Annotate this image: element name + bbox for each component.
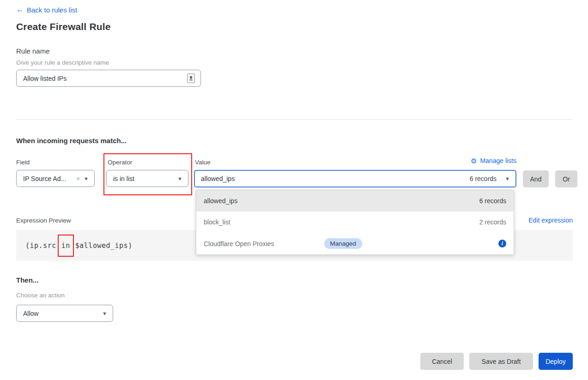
back-arrow-icon: ← bbox=[16, 6, 24, 14]
value-combobox[interactable]: allowed_ips 6 records ▼ bbox=[194, 170, 516, 187]
list-option-allowed-ips[interactable]: allowed_ips 6 records bbox=[196, 190, 514, 211]
list-option-cloudflare-open-proxies[interactable]: Cloudflare Open Proxies Managed i bbox=[196, 233, 514, 254]
create-firewall-rule-page: ← Back to rules list Create Firewall Rul… bbox=[0, 0, 588, 380]
page-title: Create Firewall Rule bbox=[16, 21, 111, 32]
list-option-block-list[interactable]: block_list 2 records bbox=[196, 211, 514, 233]
rule-name-input[interactable]: Allow listed IPs bbox=[16, 70, 201, 87]
lists-dropdown-panel: allowed_ips 6 records block_list 2 recor… bbox=[196, 190, 514, 255]
action-caret-icon: ▼ bbox=[102, 311, 107, 316]
match-heading: When incoming requests match... bbox=[16, 137, 127, 145]
rule-name-hint: Give your rule a descriptive name bbox=[16, 59, 109, 66]
action-select-value: Allow bbox=[23, 310, 98, 317]
operator-select-value: is in list bbox=[113, 175, 174, 182]
rule-name-value: Allow listed IPs bbox=[23, 75, 67, 82]
operator-caret-icon: ▼ bbox=[177, 176, 182, 181]
manage-lists-label: Manage lists bbox=[480, 157, 516, 164]
list-option-name: Cloudflare Open Proxies bbox=[204, 240, 274, 247]
expression-code-after: $allowed_ips) bbox=[75, 241, 133, 250]
value-column-label: Value bbox=[195, 159, 211, 166]
manage-lists-link[interactable]: ⚙ Manage lists bbox=[463, 157, 516, 164]
and-button[interactable]: And bbox=[523, 170, 549, 187]
field-column-label: Field bbox=[16, 159, 30, 166]
list-option-records: 2 records bbox=[479, 218, 506, 226]
expression-preview-label: Expression Preview bbox=[16, 217, 71, 224]
then-heading: Then... bbox=[16, 276, 38, 284]
value-caret-icon: ▼ bbox=[505, 176, 510, 181]
gear-icon: ⚙ bbox=[471, 157, 477, 164]
action-select[interactable]: Allow ▼ bbox=[16, 305, 113, 322]
back-to-rules-link[interactable]: ← Back to rules list bbox=[16, 6, 77, 14]
list-option-name: block_list bbox=[204, 218, 230, 226]
info-icon[interactable]: i bbox=[498, 240, 506, 247]
clear-field-icon[interactable]: × bbox=[76, 175, 80, 182]
deploy-button[interactable]: Deploy bbox=[539, 353, 573, 370]
operator-column-label: Operator bbox=[108, 159, 132, 166]
cancel-button[interactable]: Cancel bbox=[420, 353, 464, 370]
value-combobox-text: allowed_ips bbox=[201, 175, 235, 182]
save-as-draft-button[interactable]: Save as Draft bbox=[469, 353, 533, 370]
list-option-name: allowed_ips bbox=[204, 197, 237, 205]
field-select-value: IP Source Ad... bbox=[23, 175, 73, 182]
action-hint: Choose an action bbox=[16, 292, 65, 299]
operator-select[interactable]: is in list ▼ bbox=[106, 170, 188, 187]
managed-badge: Managed bbox=[324, 238, 362, 249]
expression-code-before: (ip.src bbox=[25, 241, 56, 250]
list-option-records: 6 records bbox=[479, 197, 506, 205]
back-link-label: Back to rules list bbox=[27, 6, 77, 14]
autofill-glyph bbox=[189, 76, 193, 81]
rule-name-label: Rule name bbox=[16, 47, 50, 55]
field-caret-icon: ▼ bbox=[84, 176, 89, 181]
value-records-count: 6 records bbox=[470, 175, 497, 182]
section-divider bbox=[16, 119, 573, 120]
field-select[interactable]: IP Source Ad... × ▼ bbox=[16, 170, 95, 187]
or-button[interactable]: Or bbox=[555, 170, 577, 187]
in-highlight-box: in bbox=[58, 235, 74, 257]
autofill-icon bbox=[187, 73, 195, 83]
